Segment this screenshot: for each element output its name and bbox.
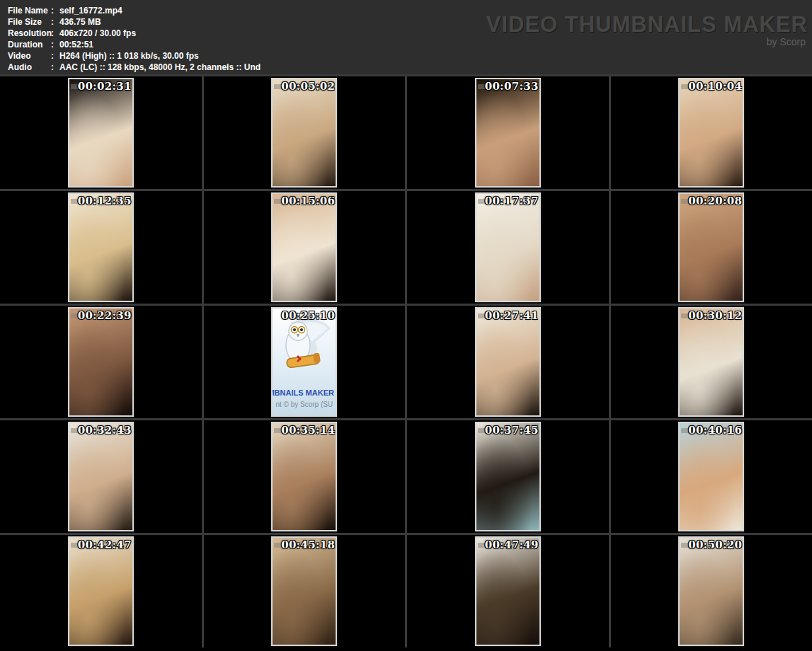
thumbnail-grid: 00:02:31	[0, 74, 812, 647]
video-thumbnail[interactable]: 00:25:10 MBNAILS MAKER 8 nt	[271, 307, 337, 417]
vtm-copyright-text: nt © by Scorp (SU	[275, 401, 333, 408]
separator: :	[51, 39, 58, 50]
app-logo: VIDEO THUMBNAILS MAKER by Scorp	[486, 14, 808, 47]
video-thumbnail[interactable]: 00:12:35	[68, 192, 134, 302]
audio-codec-row: Audio : AAC (LC) :: 128 kbps, 48000 Hz, …	[0, 62, 812, 73]
audio-codec-value: AAC (LC) :: 128 kbps, 48000 Hz, 2 channe…	[58, 62, 261, 73]
separator: :	[51, 16, 58, 28]
timestamp-label: 00:10:04	[688, 80, 742, 93]
file-size-label: File Size	[8, 16, 51, 28]
file-name-label: File Name	[8, 5, 51, 16]
timestamp-label: 00:07:33	[485, 80, 539, 93]
video-thumbnail[interactable]: 00:47:49	[475, 536, 541, 646]
video-codec-value: H264 (High) :: 1 018 kb/s, 30.00 fps	[58, 50, 199, 62]
thumbnail-cell: 00:37:45	[407, 420, 609, 533]
separator: :	[51, 50, 58, 62]
video-thumbnail[interactable]: 00:37:45	[475, 422, 541, 531]
timestamp-label: 00:42:47	[78, 538, 132, 551]
thumbnail-cell: 00:17:37	[407, 191, 609, 304]
thumbnail-cell: 00:32:43	[0, 420, 202, 533]
thumbnail-cell: 00:07:33	[407, 76, 609, 189]
thumbnail-cell: 00:45:18	[204, 535, 406, 647]
timestamp-label: 00:15:06	[281, 195, 335, 207]
thumbnail-cell: 00:15:06	[204, 191, 406, 304]
video-codec-row: Video : H264 (High) :: 1 018 kb/s, 30.00…	[0, 50, 812, 62]
separator: :	[51, 62, 58, 73]
video-thumbnail[interactable]: 00:17:37	[475, 192, 541, 302]
timestamp-label: 00:40:16	[688, 424, 742, 437]
thumbnail-cell: 00:20:08	[611, 191, 812, 304]
separator: :	[51, 5, 58, 16]
info-header: File Name : self_16772.mp4 File Size : 4…	[0, 0, 812, 74]
video-thumbnail[interactable]: 00:10:04	[678, 78, 744, 188]
video-thumbnail[interactable]: 00:07:33	[475, 78, 541, 188]
timestamp-label: 00:20:08	[688, 195, 742, 207]
timestamp-label: 00:12:35	[78, 195, 132, 207]
timestamp-label: 00:02:31	[78, 80, 132, 93]
timestamp-label: 00:45:18	[281, 538, 335, 551]
resolution-label: Resolution	[8, 28, 51, 39]
thumbnail-cell: 00:12:35	[0, 191, 202, 304]
video-thumbnail[interactable]: 00:27:41	[475, 307, 541, 417]
timestamp-label: 00:27:41	[485, 309, 539, 322]
thumbnail-cell: 00:40:16	[611, 420, 812, 533]
thumbnail-cell: 00:47:49	[407, 535, 609, 647]
timestamp-label: 00:50:20	[688, 538, 742, 551]
video-codec-label: Video	[8, 50, 51, 62]
vtm-watermark-frame: MBNAILS MAKER 8 nt © by Scorp (SU	[273, 309, 336, 415]
video-thumbnail[interactable]: 00:22:39	[68, 307, 134, 417]
timestamp-label: 00:25:10	[281, 309, 335, 322]
timestamp-label: 00:17:37	[485, 195, 539, 207]
owl-mascot-icon	[277, 314, 332, 379]
thumbnail-cell: 00:05:02	[204, 76, 406, 189]
thumbnail-cell: 00:10:04	[611, 76, 812, 189]
vtm-logo-text: MBNAILS MAKER 8	[271, 388, 337, 397]
thumbnail-cell: 00:02:31	[0, 76, 202, 189]
video-thumbnail[interactable]: 00:32:43	[68, 422, 134, 531]
timestamp-label: 00:05:02	[281, 80, 335, 93]
thumbnail-cell: 00:35:14	[204, 420, 406, 533]
duration-label: Duration	[8, 39, 51, 50]
duration-value: 00:52:51	[58, 39, 93, 50]
separator: :	[51, 28, 58, 39]
timestamp-label: 00:30:12	[688, 309, 742, 322]
timestamp-label: 00:47:49	[485, 538, 539, 551]
thumbnail-cell: 00:22:39	[0, 306, 202, 418]
thumbnail-cell: 00:27:41	[407, 306, 609, 418]
thumbnail-cell: 00:42:47	[0, 535, 202, 647]
video-thumbnail[interactable]: 00:02:31	[68, 78, 134, 188]
thumbnail-cell: 00:25:10 MBNAILS MAKER 8 nt	[204, 306, 406, 418]
video-thumbnail[interactable]: 00:30:12	[678, 307, 744, 417]
resolution-value: 406x720 / 30.00 fps	[58, 28, 136, 39]
video-thumbnail[interactable]: 00:35:14	[271, 422, 337, 531]
timestamp-label: 00:32:43	[78, 424, 132, 437]
video-thumbnail[interactable]: 00:05:02	[271, 78, 337, 188]
video-thumbnail[interactable]: 00:42:47	[68, 536, 134, 646]
video-thumbnail[interactable]: 00:40:16	[678, 422, 744, 531]
timestamp-label: 00:22:39	[78, 309, 132, 322]
timestamp-label: 00:37:45	[485, 424, 539, 437]
file-size-value: 436.75 MB	[58, 16, 101, 28]
video-thumbnail[interactable]: 00:45:18	[271, 536, 337, 646]
file-name-value: self_16772.mp4	[58, 5, 122, 16]
app-subtitle: by Scorp	[486, 36, 808, 47]
audio-codec-label: Audio	[8, 62, 51, 73]
video-thumbnail[interactable]: 00:20:08	[678, 192, 744, 302]
thumbnail-cell: 00:30:12	[611, 306, 812, 418]
timestamp-label: 00:35:14	[281, 424, 335, 437]
thumbnail-cell: 00:50:20	[611, 535, 812, 647]
video-thumbnail[interactable]: 00:15:06	[271, 192, 337, 302]
video-thumbnail[interactable]: 00:50:20	[678, 536, 744, 646]
app-title: VIDEO THUMBNAILS MAKER	[486, 14, 808, 35]
